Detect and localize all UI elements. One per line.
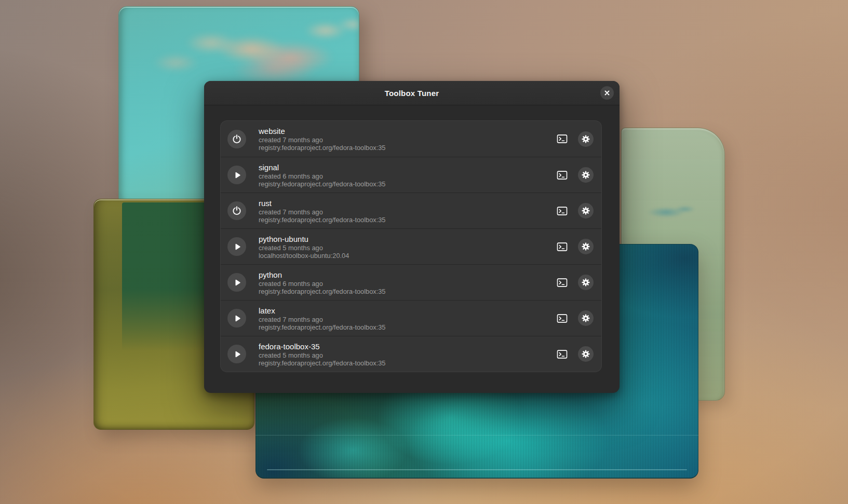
terminal-icon xyxy=(557,133,568,144)
open-terminal-button[interactable] xyxy=(553,238,571,255)
container-row: python-ubuntu created 5 months ago local… xyxy=(221,228,601,264)
row-text: python created 6 months ago registry.fed… xyxy=(259,270,385,295)
toolbox-tuner-window: Toolbox Tuner xyxy=(204,81,620,393)
state-play-button[interactable] xyxy=(227,309,246,328)
container-row: rust created 7 months ago registry.fedor… xyxy=(221,193,601,228)
power-icon xyxy=(232,134,242,144)
window-title: Toolbox Tuner xyxy=(385,89,439,98)
row-text: signal created 6 months ago registry.fed… xyxy=(259,162,385,188)
container-name: signal xyxy=(259,162,385,172)
state-play-button[interactable] xyxy=(227,273,246,292)
desktop: Toolbox Tuner xyxy=(0,0,848,504)
open-terminal-button[interactable] xyxy=(553,202,571,220)
container-image: localhost/toolbox-ubuntu:20.04 xyxy=(259,252,349,260)
open-terminal-button[interactable] xyxy=(553,130,571,148)
gear-icon xyxy=(581,349,590,359)
play-icon xyxy=(232,170,242,180)
settings-button[interactable] xyxy=(578,239,594,254)
container-name: website xyxy=(259,126,385,136)
container-created: created 7 months ago xyxy=(259,208,385,216)
gear-icon xyxy=(581,170,590,180)
state-play-button[interactable] xyxy=(227,237,246,256)
container-name: latex xyxy=(259,306,385,316)
container-image: registry.fedoraproject.org/fedora-toolbo… xyxy=(259,359,385,367)
container-created: created 7 months ago xyxy=(259,136,385,144)
row-text: python-ubuntu created 5 months ago local… xyxy=(259,234,349,260)
gear-icon xyxy=(581,278,590,287)
state-power-button[interactable] xyxy=(227,130,246,148)
gear-icon xyxy=(581,206,590,215)
container-created: created 5 months ago xyxy=(259,351,385,359)
container-name: fedora-toolbox-35 xyxy=(259,342,385,351)
play-icon xyxy=(232,349,242,359)
play-icon xyxy=(232,278,242,288)
terminal-icon xyxy=(557,277,568,288)
play-icon xyxy=(232,242,242,252)
container-created: created 7 months ago xyxy=(259,316,385,323)
gear-icon xyxy=(581,242,590,251)
container-created: created 6 months ago xyxy=(259,172,385,180)
gear-icon xyxy=(581,134,590,144)
container-image: registry.fedoraproject.org/fedora-toolbo… xyxy=(259,323,385,331)
titlebar[interactable]: Toolbox Tuner xyxy=(204,81,620,105)
open-terminal-button[interactable] xyxy=(553,345,571,363)
container-row: fedora-toolbox-35 created 5 months ago r… xyxy=(221,336,601,372)
settings-button[interactable] xyxy=(578,167,594,183)
state-play-button[interactable] xyxy=(227,345,246,363)
open-terminal-button[interactable] xyxy=(553,274,571,291)
open-terminal-button[interactable] xyxy=(553,166,571,184)
settings-button[interactable] xyxy=(578,203,594,219)
container-name: python xyxy=(259,270,385,280)
close-button[interactable] xyxy=(600,86,614,100)
settings-button[interactable] xyxy=(578,131,594,147)
close-icon xyxy=(604,90,610,96)
window-content: website created 7 months ago registry.fe… xyxy=(204,105,620,372)
container-image: registry.fedoraproject.org/fedora-toolbo… xyxy=(259,288,385,295)
terminal-icon xyxy=(557,170,568,181)
container-created: created 6 months ago xyxy=(259,280,385,288)
container-image: registry.fedoraproject.org/fedora-toolbo… xyxy=(259,144,385,152)
settings-button[interactable] xyxy=(578,346,594,362)
container-row: python created 6 months ago registry.fed… xyxy=(221,264,601,300)
row-text: latex created 7 months ago registry.fedo… xyxy=(259,306,385,331)
terminal-icon xyxy=(557,313,568,324)
row-text: fedora-toolbox-35 created 5 months ago r… xyxy=(259,342,385,367)
state-play-button[interactable] xyxy=(227,166,246,184)
open-terminal-button[interactable] xyxy=(553,309,571,327)
container-name: python-ubuntu xyxy=(259,234,349,244)
container-name: rust xyxy=(259,198,385,208)
state-power-button[interactable] xyxy=(227,201,246,220)
settings-button[interactable] xyxy=(578,275,594,290)
container-row: latex created 7 months ago registry.fedo… xyxy=(221,300,601,336)
container-image: registry.fedoraproject.org/fedora-toolbo… xyxy=(259,216,385,224)
power-icon xyxy=(232,206,242,216)
terminal-icon xyxy=(557,241,568,252)
play-icon xyxy=(232,314,242,323)
container-image: registry.fedoraproject.org/fedora-toolbo… xyxy=(259,180,385,188)
row-text: rust created 7 months ago registry.fedor… xyxy=(259,198,385,224)
container-row: signal created 6 months ago registry.fed… xyxy=(221,157,601,193)
settings-button[interactable] xyxy=(578,310,594,326)
container-created: created 5 months ago xyxy=(259,244,349,252)
row-text: website created 7 months ago registry.fe… xyxy=(259,126,385,152)
container-list: website created 7 months ago registry.fe… xyxy=(221,121,601,372)
terminal-icon xyxy=(557,349,568,360)
container-row: website created 7 months ago registry.fe… xyxy=(221,121,601,157)
gear-icon xyxy=(581,314,590,323)
terminal-icon xyxy=(557,206,568,216)
